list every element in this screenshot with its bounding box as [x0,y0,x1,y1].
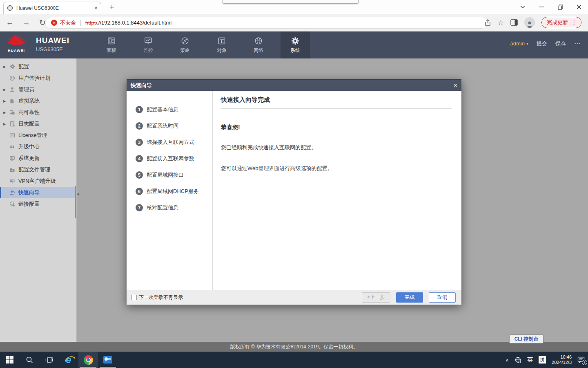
taskbar-clock[interactable]: 10:46 2024/12/3 [552,355,572,365]
header-more-icon[interactable]: ⋯ [574,40,581,47]
forward-button-icon[interactable]: → [21,18,31,27]
task-view-icon [45,357,53,364]
clock-time: 10:46 [552,355,572,360]
profile-avatar[interactable] [524,17,535,28]
step-label: 选择接入互联网方式 [147,139,194,146]
nav-tab-object[interactable]: 对象 [207,31,236,58]
sidebar-item-license[interactable]: License管理 [0,130,76,141]
dont-show-again-checkbox[interactable] [131,295,137,300]
nav-tab-monitor[interactable]: 监控 [134,31,163,58]
nav-tab-policy[interactable]: 策略 [170,31,200,58]
submit-button[interactable]: 提交 [537,40,547,47]
browser-menu-icon[interactable]: ⋮ [571,19,577,26]
nav-tab-panel[interactable]: 面板 [97,31,126,58]
ime-pinyin-indicator[interactable]: 拼 [539,356,546,364]
wizard-step-2: 2 配置系统时间 [127,118,212,134]
cli-console-button[interactable]: CLI 控制台 [509,334,543,343]
user-experience-icon [9,75,16,81]
sidebar-item-system-update[interactable]: 系统更新 [0,153,76,164]
browser-tab[interactable]: Huawei USG6300E × [3,2,101,14]
expand-arrow-icon[interactable]: ▶ [3,65,9,69]
share-icon[interactable] [484,19,491,26]
action-center-button[interactable]: 1 [577,357,585,363]
sidebar-item-config[interactable]: ▶ 配置 [0,61,76,72]
previous-step-button[interactable]: <上一步 [362,292,390,303]
sidebar-item-label: 升级中心 [18,143,40,150]
window-restore-icon[interactable] [557,4,564,10]
chrome-taskbar-button[interactable] [78,352,98,368]
dialog-titlebar: 快速向导 × [127,79,461,91]
windows-taskbar: e ∧ 英 拼 10:46 2024/12/3 1 [0,352,588,368]
config-file-icon [9,167,16,173]
tab-close-icon[interactable]: × [94,5,98,11]
taskbar-search-button[interactable] [20,352,39,368]
sidebar-item-label: 用户体验计划 [18,74,50,82]
ime-language-indicator[interactable]: 英 [527,356,533,364]
sidebar-item-config-file[interactable]: 配置文件管理 [0,164,76,175]
tab-title: Huawei USG6300E [16,5,91,11]
sidebar-item-admin[interactable]: ▶ 管理员 [0,84,76,95]
step-number-badge: 1 [136,106,143,113]
internet-explorer-button[interactable]: e [59,352,78,368]
log-config-icon [9,121,16,127]
expand-arrow-icon[interactable]: ▶ [3,99,9,103]
url-scheme: https [85,20,97,26]
object-icon [217,36,226,45]
start-button[interactable] [0,352,20,368]
dialog-close-icon[interactable]: × [454,80,457,91]
sidebar-item-user-experience[interactable]: 用户体验计划 [0,72,76,84]
browser-toolbar: ← → ↻ ✕ 不安全 https://192.168.0.1:8443/def… [0,14,588,31]
nav-tab-label: 策略 [180,47,190,54]
network-globe-icon[interactable] [514,357,521,364]
tray-expand-icon[interactable]: ∧ [506,357,509,363]
sidebar-item-vpn-client[interactable]: VPN客户端升级 [0,175,76,187]
cancel-button[interactable]: 取消 [429,292,456,303]
sidebar-item-label: 配置文件管理 [18,166,50,173]
completion-line-1: 您已经顺利完成快速接入互联网的配置。 [221,144,452,151]
task-view-button[interactable] [39,352,59,368]
expand-arrow-icon[interactable]: ▶ [3,88,9,92]
sidebar-item-quick-wizard[interactable]: 快速向导 [0,187,76,198]
bookmark-star-icon[interactable]: ☆ [498,18,504,27]
clock-date: 2024/12/3 [552,360,572,365]
not-secure-icon[interactable]: ✕ [51,20,57,26]
window-close-icon[interactable] [576,4,582,10]
side-panel-icon[interactable] [510,19,518,26]
sidebar-item-label: 链接配置 [18,200,40,208]
sidebar-scrollbar[interactable] [75,186,76,218]
expand-arrow-icon[interactable]: ▶ [3,122,9,126]
sidebar-item-high-availability[interactable]: ▶ 高可靠性 [0,107,76,118]
wizard-steps: 1 配置基本信息 2 配置系统时间 3 选择接入互联网方式 4 配置接入互联网参… [127,91,213,290]
brand-model: USG6305E [36,46,69,52]
admin-username: admin [510,40,525,47]
sidebar-item-virtual-system[interactable]: ▶ 虚拟系统 [0,95,76,107]
address-bar[interactable]: ✕ 不安全 https://192.168.0.1:8443/default.h… [45,17,488,29]
expand-arrow-icon[interactable]: ▶ [3,111,9,114]
sidebar-item-label: 高可靠性 [18,109,40,116]
admin-icon [9,87,16,92]
window-menu-chevron-icon[interactable] [519,4,526,10]
chrome-update-button[interactable]: 完成更新 ⋮ [541,17,581,28]
sidebar-item-upgrade-center[interactable]: 升级中心 [0,141,76,153]
sidebar-item-link-config[interactable]: 链接配置 [0,198,76,210]
new-tab-button[interactable]: + [107,3,117,13]
pinned-app-button[interactable] [98,352,118,368]
sidebar-collapse-handle[interactable]: ◀ [77,192,79,196]
wizard-page-title: 快速接入向导完成 [221,96,452,109]
back-button-icon[interactable]: ← [5,18,15,27]
sidebar-item-log-config[interactable]: ▶ 日志配置 [0,118,76,130]
admin-dropdown[interactable]: admin ▾ [510,40,528,47]
step-number-badge: 6 [136,188,143,195]
window-minimize-icon[interactable] [538,4,545,10]
nav-tab-system[interactable]: 系统 [281,31,310,58]
wizard-step-4: 4 配置接入互联网参数 [127,150,212,167]
nav-tab-label: 对象 [217,47,227,54]
config-icon [9,64,16,70]
sidebar-item-label: License管理 [18,132,47,139]
save-button[interactable]: 保存 [555,40,566,47]
sidebar-item-label: 快速向导 [18,189,40,196]
sidebar-item-label: 虚拟系统 [18,97,40,105]
app-header: HUAWEI HUAWEI USG6305E 面板 监控 策略 对象 网络 系统 [0,31,588,58]
finish-button[interactable]: 完成 [396,292,423,303]
nav-tab-network[interactable]: 网络 [244,31,273,58]
